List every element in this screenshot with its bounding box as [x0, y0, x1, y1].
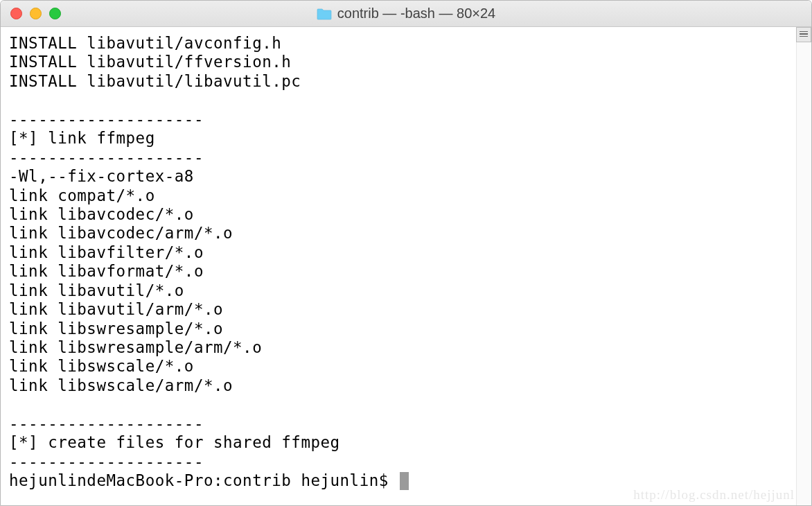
- close-button[interactable]: [10, 8, 22, 19]
- terminal-content[interactable]: INSTALL libavutil/avconfig.h INSTALL lib…: [1, 27, 796, 505]
- maximize-button[interactable]: [49, 8, 61, 19]
- cursor: [400, 472, 409, 490]
- scroll-indicator-icon[interactable]: [796, 27, 811, 42]
- window-title: contrib — -bash — 80×24: [337, 6, 495, 21]
- folder-icon: [317, 8, 332, 20]
- window-controls: [1, 8, 61, 19]
- minimize-button[interactable]: [30, 8, 42, 19]
- prompt-text: hejunlindeMacBook-Pro:contrib hejunlin$: [9, 471, 398, 490]
- scrollbar[interactable]: [796, 27, 811, 505]
- title-center: contrib — -bash — 80×24: [1, 6, 811, 21]
- terminal-window: contrib — -bash — 80×24 INSTALL libavuti…: [0, 0, 812, 506]
- terminal-output: INSTALL libavutil/avconfig.h INSTALL lib…: [9, 34, 340, 471]
- titlebar[interactable]: contrib — -bash — 80×24: [1, 1, 811, 27]
- terminal-body: INSTALL libavutil/avconfig.h INSTALL lib…: [1, 27, 811, 505]
- prompt-line: hejunlindeMacBook-Pro:contrib hejunlin$: [9, 471, 793, 490]
